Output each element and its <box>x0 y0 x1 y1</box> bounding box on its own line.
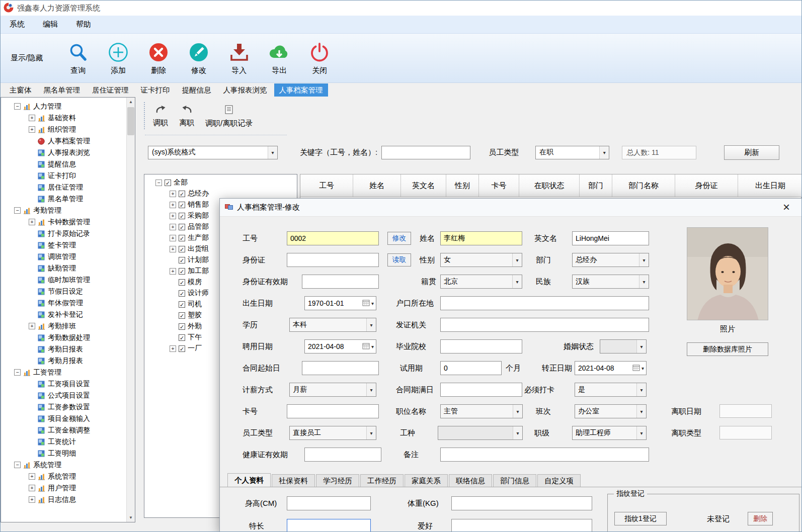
nav-tree-item[interactable]: 工资统计 <box>1 436 126 448</box>
calendar-icon[interactable] <box>362 299 370 308</box>
nav-tree-item[interactable]: 提醒信息 <box>1 158 126 170</box>
must-punch-combo[interactable]: 是 ▾ <box>575 383 647 397</box>
expand-icon[interactable]: + <box>170 345 176 352</box>
height-input[interactable] <box>287 496 371 510</box>
name-input[interactable] <box>440 231 522 245</box>
dept-checkbox[interactable]: ✓ <box>179 345 185 352</box>
window-tab-1[interactable]: 黑名单管理 <box>39 83 86 97</box>
nav-tree-item[interactable]: +用户管理 <box>1 482 126 494</box>
nav-tree-item[interactable]: 签卡管理 <box>1 239 126 251</box>
health-valid-input[interactable] <box>304 448 381 462</box>
add-button[interactable]: 添加 <box>98 41 138 75</box>
nav-tree-item[interactable]: 缺勤管理 <box>1 262 126 274</box>
emp-no-input[interactable] <box>287 231 379 245</box>
nav-tree-item[interactable]: 公式项目设置 <box>1 390 126 401</box>
expand-icon[interactable]: + <box>170 235 176 241</box>
expand-icon[interactable]: + <box>29 496 35 503</box>
edit-empno-button[interactable]: 修改 <box>387 232 411 245</box>
transfer-button[interactable]: 调职 <box>150 104 171 129</box>
scrollbar-thumb[interactable] <box>127 107 134 135</box>
expand-icon[interactable]: + <box>170 268 176 275</box>
detail-tab-5[interactable]: 联络信息 <box>449 474 492 487</box>
table-column-5[interactable]: 在职状态 <box>519 174 580 197</box>
weight-input[interactable] <box>451 496 592 510</box>
nav-tree-item[interactable]: 考勤月报表 <box>1 355 126 367</box>
table-column-9[interactable]: 出生日期 <box>738 174 802 197</box>
hire-date-picker[interactable]: 2021-04-08 ▾ <box>304 339 376 353</box>
hobby-input[interactable] <box>451 519 592 532</box>
delete-button[interactable]: 删除 <box>138 41 179 75</box>
detail-tab-4[interactable]: 家庭关系 <box>405 474 448 487</box>
nav-tree-item[interactable]: 居住证管理 <box>1 182 126 193</box>
dept-checkbox[interactable]: ✓ <box>179 290 185 297</box>
collapse-icon[interactable]: − <box>14 103 21 110</box>
transfer-resign-record-button[interactable]: 调职/离职记录 <box>202 104 256 129</box>
nav-tree-item[interactable]: 证卡打印 <box>1 170 126 182</box>
expand-icon[interactable]: + <box>29 485 35 491</box>
dept-checkbox[interactable]: ✓ <box>179 301 185 308</box>
dept-checkbox[interactable]: ✓ <box>179 224 185 230</box>
dept-checkbox[interactable]: ✓ <box>179 334 185 341</box>
expand-icon[interactable]: + <box>170 224 176 230</box>
collapse-icon[interactable]: − <box>155 180 162 186</box>
nav-tree-item[interactable]: 考勤数据处理 <box>1 332 126 343</box>
nav-tree-item[interactable]: −人力管理 <box>1 101 126 112</box>
education-combo[interactable]: 本科 ▾ <box>289 318 376 332</box>
collapse-icon[interactable]: − <box>14 369 21 376</box>
expand-icon[interactable]: + <box>29 115 35 121</box>
toolbar-grip[interactable] <box>144 102 146 129</box>
window-tab-3[interactable]: 证卡打印 <box>136 83 175 97</box>
window-tab-5[interactable]: 人事报表浏览 <box>218 83 272 97</box>
search-button[interactable]: 查询 <box>58 41 98 75</box>
remark-input[interactable] <box>440 448 649 462</box>
specialty-input[interactable] <box>287 519 371 532</box>
fingerprint-delete-button[interactable]: 删除 <box>748 512 773 525</box>
nav-tree-item[interactable]: +卡钟数据管理 <box>1 216 126 228</box>
nav-tree-item[interactable]: 黑名单管理 <box>1 193 126 205</box>
format-combo[interactable]: (sys)系统格式 ▾ <box>148 146 278 159</box>
export-button[interactable]: 导出 <box>259 41 299 75</box>
nav-tree-item[interactable]: 节假日设定 <box>1 286 126 297</box>
position-combo[interactable]: 主管 ▾ <box>440 404 523 418</box>
school-input[interactable] <box>440 339 522 353</box>
table-column-0[interactable]: 工号 <box>300 174 353 197</box>
detail-tab-1[interactable]: 社保资料 <box>272 474 315 487</box>
scroll-up-icon[interactable]: ▲ <box>127 98 135 106</box>
calendar-icon[interactable] <box>362 342 370 351</box>
table-column-8[interactable]: 身份证 <box>675 174 738 197</box>
en-name-input[interactable] <box>572 231 649 245</box>
nav-tree-item[interactable]: 人事档案管理 <box>1 135 126 147</box>
collapse-icon[interactable]: − <box>14 462 21 468</box>
expand-icon[interactable]: + <box>29 126 35 133</box>
expand-icon[interactable]: + <box>170 213 176 219</box>
nav-tree-item[interactable]: 调班管理 <box>1 251 126 262</box>
scroll-down-icon[interactable]: ▼ <box>127 513 135 522</box>
edit-button[interactable]: 修改 <box>179 41 219 75</box>
dept-checkbox[interactable]: ✓ <box>179 246 185 252</box>
issuer-input[interactable] <box>440 318 649 332</box>
dept-checkbox[interactable]: ✓ <box>179 191 185 197</box>
nav-tree-item[interactable]: 工资明细 <box>1 448 126 459</box>
keyword-input[interactable] <box>381 146 470 159</box>
expand-icon[interactable]: + <box>29 323 35 329</box>
nav-tree-item[interactable]: 项目金额输入 <box>1 413 126 424</box>
chevron-down-icon[interactable]: ▾ <box>371 301 374 306</box>
nav-tree-item[interactable]: +系统管理 <box>1 471 126 482</box>
nav-tree-item[interactable]: 工资金额调整 <box>1 424 126 436</box>
detail-tab-2[interactable]: 学习经历 <box>316 474 359 487</box>
nav-tree-item[interactable]: +日志信息 <box>1 494 126 505</box>
contract-start-input[interactable] <box>302 361 379 375</box>
gender-combo[interactable]: 女 ▾ <box>440 253 522 267</box>
fingerprint1-register-button[interactable]: 指纹1登记 <box>614 512 667 525</box>
nav-tree-item[interactable]: −考勤管理 <box>1 205 126 216</box>
expand-icon[interactable]: + <box>29 219 35 225</box>
expand-icon[interactable]: + <box>170 202 176 208</box>
dept-checkbox[interactable]: ✓ <box>165 180 171 186</box>
employee-type-combo[interactable]: 在职 ▾ <box>535 146 609 159</box>
read-id-button[interactable]: 读取 <box>387 253 411 267</box>
emp-type-combo[interactable]: 直接员工 ▾ <box>289 426 376 440</box>
dept-checkbox[interactable]: ✓ <box>179 202 185 208</box>
pay-method-combo[interactable]: 月薪 ▾ <box>289 383 376 397</box>
table-column-2[interactable]: 英文名 <box>401 174 446 197</box>
contract-end-input[interactable] <box>440 383 522 397</box>
